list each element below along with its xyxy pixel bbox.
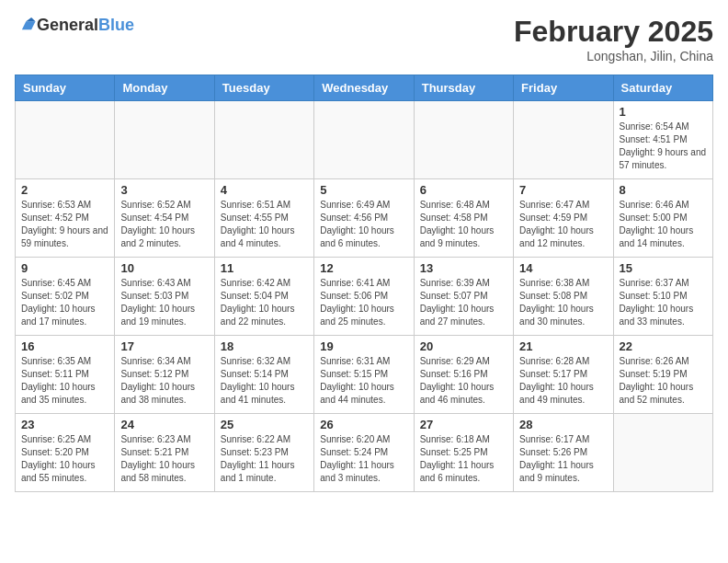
day-info: Sunrise: 6:29 AM Sunset: 5:16 PM Dayligh… (420, 355, 507, 407)
day-cell: 25Sunrise: 6:22 AM Sunset: 5:23 PM Dayli… (214, 414, 313, 492)
day-number: 8 (620, 183, 707, 197)
day-number: 26 (320, 418, 407, 431)
month-year-title: February 2025 (514, 15, 713, 49)
logo: GeneralBlue (15, 15, 134, 35)
day-number: 21 (519, 339, 607, 353)
day-cell: 18Sunrise: 6:32 AM Sunset: 5:14 PM Dayli… (214, 336, 313, 414)
day-number: 16 (21, 339, 108, 353)
day-number: 19 (320, 339, 407, 353)
day-info: Sunrise: 6:18 AM Sunset: 5:25 PM Dayligh… (420, 433, 507, 485)
day-info: Sunrise: 6:20 AM Sunset: 5:24 PM Dayligh… (320, 433, 407, 485)
day-cell: 15Sunrise: 6:37 AM Sunset: 5:10 PM Dayli… (613, 258, 712, 336)
day-number: 7 (519, 183, 607, 197)
weekday-header-sunday: Sunday (16, 75, 115, 101)
weekday-header-tuesday: Tuesday (214, 75, 313, 101)
day-number: 5 (320, 183, 407, 197)
day-number: 22 (620, 339, 707, 353)
day-info: Sunrise: 6:53 AM Sunset: 4:52 PM Dayligh… (21, 199, 108, 250)
weekday-header-row: SundayMondayTuesdayWednesdayThursdayFrid… (16, 75, 713, 101)
day-cell: 5Sunrise: 6:49 AM Sunset: 4:56 PM Daylig… (314, 179, 414, 258)
day-number: 23 (21, 418, 108, 431)
day-cell: 28Sunrise: 6:17 AM Sunset: 5:26 PM Dayli… (514, 414, 613, 492)
day-cell: 24Sunrise: 6:23 AM Sunset: 5:21 PM Dayli… (115, 414, 214, 492)
day-cell: 3Sunrise: 6:52 AM Sunset: 4:54 PM Daylig… (115, 179, 214, 258)
day-number: 4 (221, 183, 308, 197)
weekday-header-wednesday: Wednesday (314, 75, 414, 101)
day-number: 28 (519, 418, 607, 431)
day-cell: 17Sunrise: 6:34 AM Sunset: 5:12 PM Dayli… (115, 336, 214, 414)
day-info: Sunrise: 6:41 AM Sunset: 5:06 PM Dayligh… (320, 277, 407, 328)
day-cell (115, 101, 214, 179)
week-row-2: 2Sunrise: 6:53 AM Sunset: 4:52 PM Daylig… (16, 179, 713, 258)
week-row-5: 23Sunrise: 6:25 AM Sunset: 5:20 PM Dayli… (16, 414, 713, 492)
day-cell (613, 414, 712, 492)
day-number: 10 (120, 261, 208, 275)
day-number: 14 (519, 261, 607, 275)
weekday-header-thursday: Thursday (414, 75, 513, 101)
day-info: Sunrise: 6:25 AM Sunset: 5:20 PM Dayligh… (21, 433, 108, 485)
day-cell: 4Sunrise: 6:51 AM Sunset: 4:55 PM Daylig… (214, 179, 313, 258)
day-number: 13 (420, 261, 507, 275)
title-block: February 2025 Longshan, Jilin, China (514, 15, 713, 63)
day-cell (514, 101, 613, 179)
day-number: 1 (620, 105, 707, 119)
weekday-header-saturday: Saturday (613, 75, 712, 101)
day-info: Sunrise: 6:42 AM Sunset: 5:04 PM Dayligh… (221, 277, 308, 328)
calendar-table: SundayMondayTuesdayWednesdayThursdayFrid… (15, 75, 713, 492)
day-info: Sunrise: 6:47 AM Sunset: 4:59 PM Dayligh… (519, 199, 607, 250)
day-cell: 8Sunrise: 6:46 AM Sunset: 5:00 PM Daylig… (613, 179, 712, 258)
day-cell: 9Sunrise: 6:45 AM Sunset: 5:02 PM Daylig… (16, 258, 115, 336)
day-cell (214, 101, 313, 179)
day-cell: 7Sunrise: 6:47 AM Sunset: 4:59 PM Daylig… (514, 179, 613, 258)
day-number: 18 (221, 339, 308, 353)
day-cell (414, 101, 513, 179)
day-info: Sunrise: 6:32 AM Sunset: 5:14 PM Dayligh… (221, 355, 308, 407)
weekday-header-monday: Monday (115, 75, 214, 101)
logo-general: General (37, 16, 98, 34)
day-info: Sunrise: 6:52 AM Sunset: 4:54 PM Dayligh… (120, 199, 208, 250)
day-cell: 19Sunrise: 6:31 AM Sunset: 5:15 PM Dayli… (314, 336, 414, 414)
day-number: 17 (120, 339, 208, 353)
day-cell (16, 101, 115, 179)
day-number: 20 (420, 339, 507, 353)
logo-blue: Blue (98, 16, 134, 34)
day-cell: 10Sunrise: 6:43 AM Sunset: 5:03 PM Dayli… (115, 258, 214, 336)
day-cell: 11Sunrise: 6:42 AM Sunset: 5:04 PM Dayli… (214, 258, 313, 336)
day-number: 15 (620, 261, 707, 275)
day-info: Sunrise: 6:45 AM Sunset: 5:02 PM Dayligh… (21, 277, 108, 328)
day-info: Sunrise: 6:34 AM Sunset: 5:12 PM Dayligh… (120, 355, 208, 407)
day-cell: 6Sunrise: 6:48 AM Sunset: 4:58 PM Daylig… (414, 179, 513, 258)
day-cell: 12Sunrise: 6:41 AM Sunset: 5:06 PM Dayli… (314, 258, 414, 336)
day-info: Sunrise: 6:17 AM Sunset: 5:26 PM Dayligh… (519, 433, 607, 485)
day-info: Sunrise: 6:37 AM Sunset: 5:10 PM Dayligh… (620, 277, 707, 328)
day-info: Sunrise: 6:48 AM Sunset: 4:58 PM Dayligh… (420, 199, 507, 250)
day-cell: 27Sunrise: 6:18 AM Sunset: 5:25 PM Dayli… (414, 414, 513, 492)
day-number: 9 (21, 261, 108, 275)
day-number: 11 (221, 261, 308, 275)
day-cell: 2Sunrise: 6:53 AM Sunset: 4:52 PM Daylig… (16, 179, 115, 258)
day-cell: 21Sunrise: 6:28 AM Sunset: 5:17 PM Dayli… (514, 336, 613, 414)
day-info: Sunrise: 6:35 AM Sunset: 5:11 PM Dayligh… (21, 355, 108, 407)
day-number: 25 (221, 418, 308, 431)
day-cell: 20Sunrise: 6:29 AM Sunset: 5:16 PM Dayli… (414, 336, 513, 414)
day-info: Sunrise: 6:43 AM Sunset: 5:03 PM Dayligh… (120, 277, 208, 328)
day-cell: 23Sunrise: 6:25 AM Sunset: 5:20 PM Dayli… (16, 414, 115, 492)
week-row-1: 1Sunrise: 6:54 AM Sunset: 4:51 PM Daylig… (16, 101, 713, 179)
day-info: Sunrise: 6:39 AM Sunset: 5:07 PM Dayligh… (420, 277, 507, 328)
day-cell: 13Sunrise: 6:39 AM Sunset: 5:07 PM Dayli… (414, 258, 513, 336)
day-number: 12 (320, 261, 407, 275)
week-row-3: 9Sunrise: 6:45 AM Sunset: 5:02 PM Daylig… (16, 258, 713, 336)
day-number: 24 (120, 418, 208, 431)
page-header: GeneralBlue February 2025 Longshan, Jili… (15, 15, 713, 63)
day-info: Sunrise: 6:23 AM Sunset: 5:21 PM Dayligh… (120, 433, 208, 485)
day-number: 3 (120, 183, 208, 197)
day-cell: 14Sunrise: 6:38 AM Sunset: 5:08 PM Dayli… (514, 258, 613, 336)
logo-icon (17, 15, 37, 35)
day-info: Sunrise: 6:38 AM Sunset: 5:08 PM Dayligh… (519, 277, 607, 328)
day-info: Sunrise: 6:26 AM Sunset: 5:19 PM Dayligh… (620, 355, 707, 407)
day-info: Sunrise: 6:31 AM Sunset: 5:15 PM Dayligh… (320, 355, 407, 407)
day-number: 27 (420, 418, 507, 431)
day-cell: 22Sunrise: 6:26 AM Sunset: 5:19 PM Dayli… (613, 336, 712, 414)
svg-marker-0 (22, 21, 36, 29)
day-number: 6 (420, 183, 507, 197)
